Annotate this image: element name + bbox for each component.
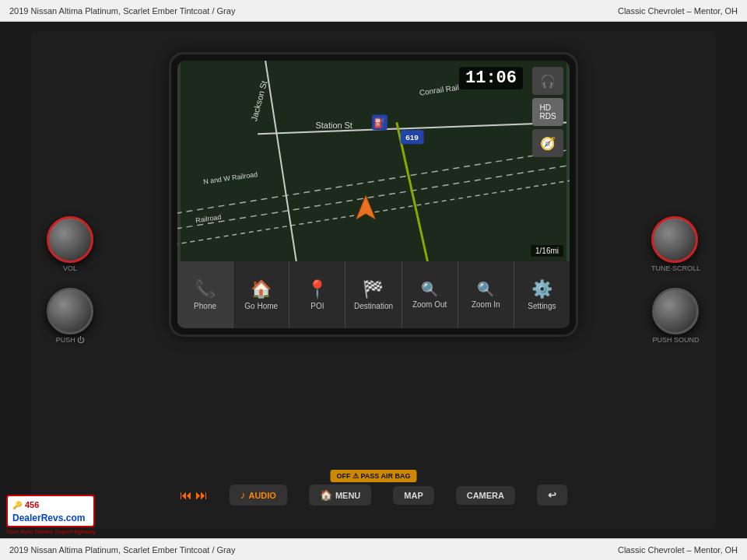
zoom-in-icon: 🔍 (477, 281, 494, 298)
map-label: MAP (404, 491, 423, 500)
airbag-badge: OFF ⚠ PASS AIR BAG (330, 470, 416, 482)
zoom-out-label: Zoom Out (412, 300, 447, 309)
tune-label: TUNE·SCROLL (651, 264, 700, 272)
back-button[interactable]: ↩ (537, 485, 567, 506)
media-controls: ⏮ ⏭ (180, 488, 208, 502)
bottom-bar-right: Classic Chevrolet – Mentor, OH (618, 545, 738, 555)
svg-text:619: 619 (405, 133, 419, 142)
left-controls: VOL PUSH ⏻ (47, 216, 93, 344)
watermark-logo: 🔑 456 DealerRevs.com (6, 495, 95, 527)
destination-button[interactable]: 🏁 Destination (345, 261, 402, 328)
camera-label: CAMERA (467, 491, 504, 500)
radio-btn[interactable]: HDRDS (532, 98, 563, 126)
tune-knob[interactable] (651, 216, 698, 263)
top-bar-left: 2019 Nissan Altima Platinum, Scarlet Emb… (9, 6, 235, 16)
bottom-bar-left: 2019 Nissan Altima Platinum, Scarlet Emb… (9, 545, 235, 555)
poi-label: POI (310, 302, 324, 310)
screen-bezel: Jackson St Station St Conrail Rail N and… (171, 54, 576, 334)
bottom-controls: ⏮ ⏭ ♪ AUDIO 🏠 MENU MAP CAMERA ↩ (171, 485, 576, 506)
menu-icon: 🏠 (320, 489, 332, 501)
map-button[interactable]: MAP (393, 486, 433, 505)
zoom-in-button[interactable]: 🔍 Zoom In (458, 261, 514, 328)
next-track-btn[interactable]: ⏭ (195, 488, 208, 502)
top-bar: 2019 Nissan Altima Platinum, Scarlet Emb… (0, 0, 747, 22)
settings-label: Settings (528, 302, 556, 310)
watermark: 🔑 456 DealerRevs.com Your Auto Dealer Su… (6, 495, 95, 535)
zoom-in-label: Zoom In (472, 300, 500, 309)
camera-button[interactable]: CAMERA (456, 486, 515, 505)
scale-indicator: 1/16mi (531, 245, 563, 257)
sound-knob[interactable] (652, 288, 699, 334)
zoom-out-icon: 🔍 (421, 281, 438, 298)
sound-label: PUSH SOUND (652, 336, 699, 344)
watermark-subtext: Your Auto Dealer SuperHighway (6, 528, 95, 535)
map-svg: Jackson St Station St Conrail Rail N and… (177, 61, 570, 261)
go-home-button[interactable]: 🏠 Go Home (233, 261, 289, 328)
clock: 11:06 (459, 67, 523, 89)
audio-icon: ♪ (240, 489, 246, 501)
home-icon: 🏠 (251, 279, 272, 299)
vol-label: VOL (47, 264, 93, 272)
phone-label: Phone (194, 302, 216, 310)
svg-text:⛽: ⛽ (374, 117, 385, 128)
phone-icon: 📞 (195, 279, 216, 299)
settings-button[interactable]: ⚙️ Settings (514, 261, 570, 328)
main-content: VOL PUSH ⏻ TUNE·SCROLL PUSH SOUND (0, 22, 747, 538)
toolbar: 📞 Phone 🏠 Go Home 📍 POI 🏁 (177, 261, 570, 328)
top-bar-right: Classic Chevrolet – Mentor, OH (618, 6, 738, 16)
compass-btn[interactable]: 🧭 (532, 129, 563, 157)
destination-label: Destination (354, 302, 393, 310)
zoom-out-button[interactable]: 🔍 Zoom Out (402, 261, 458, 328)
audio-label: AUDIO (248, 491, 275, 500)
vol-knob[interactable] (47, 216, 93, 263)
screen-container: Jackson St Station St Conrail Rail N and… (171, 54, 576, 334)
headphone-btn[interactable]: 🎧 (532, 67, 563, 95)
map-area: Jackson St Station St Conrail Rail N and… (177, 61, 570, 261)
push-label: PUSH ⏻ (47, 336, 93, 344)
settings-icon: ⚙️ (531, 279, 552, 299)
audio-button[interactable]: ♪ AUDIO (230, 485, 287, 506)
push-knob[interactable] (47, 288, 93, 334)
dashboard: VOL PUSH ⏻ TUNE·SCROLL PUSH SOUND (31, 31, 716, 529)
phone-button[interactable]: 📞 Phone (177, 261, 233, 328)
svg-text:Station St: Station St (316, 121, 352, 130)
watermark-text: DealerRevs.com (12, 513, 85, 523)
right-controls: TUNE·SCROLL PUSH SOUND (651, 216, 700, 344)
prev-track-btn[interactable]: ⏮ (180, 488, 192, 502)
svg-rect-0 (181, 61, 566, 261)
map-right-icons: 🎧 HDRDS 🧭 (532, 67, 563, 157)
menu-button[interactable]: 🏠 MENU (309, 485, 371, 506)
poi-button[interactable]: 📍 POI (289, 261, 345, 328)
menu-label: MENU (335, 491, 360, 500)
bottom-bar: 2019 Nissan Altima Platinum, Scarlet Emb… (0, 538, 747, 560)
go-home-label: Go Home (244, 302, 278, 310)
poi-icon: 📍 (307, 279, 328, 299)
infotainment-screen: Jackson St Station St Conrail Rail N and… (177, 61, 570, 328)
destination-icon: 🏁 (363, 279, 384, 299)
back-icon: ↩ (548, 489, 556, 501)
